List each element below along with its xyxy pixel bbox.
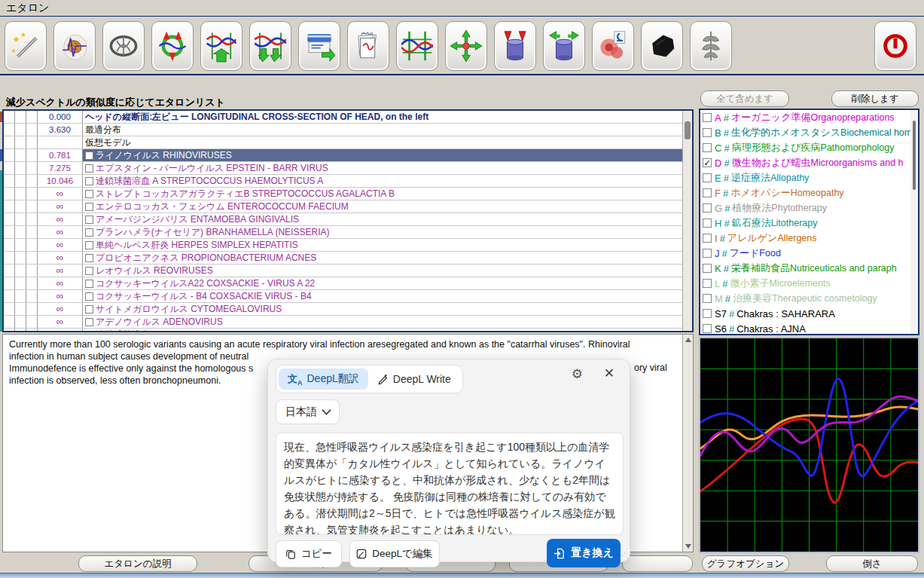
category-checkbox[interactable]: [703, 309, 712, 318]
table-scrollbar-thumb[interactable]: [685, 121, 691, 139]
close-icon[interactable]: ✕: [604, 365, 614, 381]
edit-in-deepl-button[interactable]: DeepLで編集: [349, 540, 440, 567]
table-row[interactable]: ∞ストレプトコッカスアガラクティエB STREPTOCOCCUS AGALACT…: [4, 188, 682, 200]
category-checkbox[interactable]: [703, 143, 712, 152]
etalon-checkbox[interactable]: [85, 305, 93, 313]
etalon-name-cell[interactable]: 単純ヘルペス肝炎 HERPES SIMPLEX HEPATITIS: [83, 239, 682, 251]
category-item[interactable]: ✓D#微生物および蠕虫 Microorganisms and h: [700, 155, 918, 170]
scroll-down-icon[interactable]: [685, 544, 691, 549]
chart-raise-button[interactable]: [200, 21, 242, 71]
magic-wand-button[interactable]: ★★★: [5, 21, 47, 71]
move-cross-button[interactable]: [445, 21, 487, 71]
target-language-select[interactable]: 日本語: [276, 399, 340, 424]
chart-raise-double-button[interactable]: [249, 21, 291, 71]
category-item[interactable]: A#オーガニック準備 Organopreparations: [700, 110, 918, 125]
etalon-name-cell[interactable]: エプスタイン - バールウイルス EPSTEIN - BARR VIRUS: [83, 162, 682, 174]
category-checkbox[interactable]: [703, 279, 712, 288]
etalon-name-cell[interactable]: コクサッキーウイルスA22 COXSACKIE - VIRUS A 22: [83, 277, 682, 289]
brain-button[interactable]: [53, 21, 96, 71]
category-item[interactable]: S6#Chakras : AJNA: [700, 321, 918, 335]
translation-output[interactable]: 現在、急性呼吸器ウイルス感染症を引き起こす100種類以上の血清学的変異体が「カタ…: [276, 433, 624, 535]
table-row[interactable]: ∞アデノウイルス ADENOVIRUS: [4, 316, 682, 329]
copy-button[interactable]: コピー: [276, 540, 342, 567]
category-checkbox[interactable]: [703, 219, 712, 228]
etalon-name-cell[interactable]: ストレプトコッカスアガラクティエB STREPTOCOCCUS AGALACTI…: [83, 188, 682, 200]
category-item[interactable]: G#植物療法 Phytotherapy: [700, 200, 918, 216]
etalon-name-cell[interactable]: ヘッドの縦断面:左ビュー LONGITUDINAL CROSS-SECTION …: [83, 111, 682, 123]
etalon-name-cell[interactable]: ブランハメラ(ナイセリア) BRANHAMELLA (NEISSERIA): [83, 226, 682, 238]
print-button[interactable]: [298, 21, 340, 71]
stone-button[interactable]: [641, 21, 683, 71]
category-checkbox[interactable]: [703, 173, 712, 182]
chart-grid-button[interactable]: [396, 21, 438, 71]
category-checkbox[interactable]: [703, 249, 712, 258]
etalon-name-cell[interactable]: プロピオニアクネス PROPIONOBACTERIUM ACNES: [83, 252, 682, 264]
etalon-checkbox[interactable]: [85, 151, 93, 160]
etalon-description-button[interactable]: エタロンの説明: [78, 555, 197, 572]
etalon-checkbox[interactable]: [85, 318, 93, 326]
category-checkbox[interactable]: [703, 324, 712, 333]
etalon-checkbox[interactable]: [85, 228, 93, 237]
table-row[interactable]: ∞サイトメガロウイルス CYTOMEGALOVIRUS: [4, 303, 682, 316]
graph-options-button[interactable]: グラフオプション: [702, 555, 789, 572]
deepl-translate-tab[interactable]: 文A DeepL翻訳: [279, 369, 368, 390]
category-item[interactable]: C#病理形態および疾病 Pathomorphology: [700, 140, 918, 155]
category-checkbox[interactable]: [703, 128, 712, 137]
category-checkbox[interactable]: [703, 264, 712, 273]
resize-grip[interactable]: ⋰: [619, 552, 627, 559]
category-item[interactable]: J#フード Food: [700, 246, 918, 261]
etalon-checkbox[interactable]: [85, 216, 93, 224]
category-item[interactable]: S7#Chakras : SAHARARA: [700, 306, 918, 321]
category-checkbox[interactable]: [703, 203, 712, 213]
microorganisms-button[interactable]: [592, 21, 634, 71]
table-row[interactable]: ∞コクサッキーウイルス - B4 COXSACKIE VIRUS - B4: [4, 290, 682, 303]
etalon-checkbox[interactable]: [85, 203, 93, 211]
table-scrollbar[interactable]: [682, 111, 692, 331]
hidden-button[interactable]: [622, 555, 693, 572]
replace-button[interactable]: 置き換え: [547, 539, 621, 567]
category-scrollbar-thumb[interactable]: [913, 121, 916, 190]
settings-gear-icon[interactable]: ⚙: [572, 366, 583, 382]
etalon-checkbox[interactable]: [85, 292, 93, 301]
etalon-name-cell[interactable]: エンテロコッカス・フェシウム ENTEROCOCCUM FAECIUM: [83, 200, 682, 213]
table-row[interactable]: ∞エンテロコッカス・フェシウム ENTEROCOCCUM FAECIUM: [4, 200, 682, 213]
table-row[interactable]: ∞連鎖球菌溶血 B STREPTOCOCCUS VIRUS: [4, 329, 682, 332]
category-checkbox[interactable]: [703, 234, 712, 243]
etalon-name-cell[interactable]: アデノウイルス ADENOVIRUS: [83, 316, 682, 328]
category-item[interactable]: I#アレルゲン Allergens: [700, 231, 918, 246]
etalon-checkbox[interactable]: [85, 331, 93, 333]
notes-button[interactable]: [347, 21, 389, 71]
table-row[interactable]: ∞コクサッキーウイルスA22 COXSACKIE - VIRUS A 22: [4, 277, 682, 290]
category-checkbox[interactable]: [703, 294, 712, 303]
table-row[interactable]: ∞アメーバジンジバリス ENTAMOEBA GINGIVALIS: [4, 213, 682, 226]
etalon-name-cell[interactable]: アメーバジンジバリス ENTAMOEBA GINGIVALIS: [83, 213, 682, 225]
table-row[interactable]: ∞レオウイルス REOVIRUSES: [4, 265, 682, 277]
compare-arrows-button[interactable]: [151, 21, 194, 71]
category-item[interactable]: F#ホメオパシー Homeopathy: [700, 185, 918, 200]
table-row[interactable]: 0.781ライノウイルス RHINOVIRUSES: [4, 149, 682, 162]
category-item[interactable]: B#生化学的ホメオスタシス Biochemical hom: [700, 125, 918, 140]
table-row[interactable]: 7.275エプスタイン - バールウイルス EPSTEIN - BARR VIR…: [4, 162, 682, 175]
etalon-checkbox[interactable]: [85, 177, 93, 185]
container-out-button[interactable]: [543, 21, 585, 71]
etalon-name-cell[interactable]: 連鎖球菌溶血 B STREPTOCOCCUS VIRUS: [83, 329, 682, 332]
etalon-name-cell[interactable]: 連鎖球菌溶血 A STREPTOCOCCUS HAEMOLYTICUS A: [83, 175, 682, 187]
category-item[interactable]: K#栄養補助食品 Nutriceuticals and paraph: [700, 261, 918, 276]
etalon-name-cell[interactable]: サイトメガロウイルス CYTOMEGALOVIRUS: [83, 303, 682, 315]
delete-button[interactable]: 削除します: [831, 90, 919, 107]
category-item[interactable]: L#微小素子 Microelements: [700, 276, 918, 291]
exit-button[interactable]: [874, 21, 916, 71]
category-item[interactable]: E#逆症療法 Allopathy: [700, 170, 918, 185]
table-row[interactable]: ∞プロピオニアクネス PROPIONOBACTERIUM ACNES: [4, 252, 682, 265]
category-scrollbar[interactable]: [910, 110, 918, 334]
etalon-name-cell[interactable]: 最適分布: [83, 124, 682, 136]
category-checkbox[interactable]: [703, 188, 712, 197]
table-row[interactable]: ∞単純ヘルペス肝炎 HERPES SIMPLEX HEPATITIS: [4, 239, 682, 252]
table-row[interactable]: ∞ブランハメラ(ナイセリア) BRANHAMELLA (NEISSERIA): [4, 226, 682, 239]
etalon-checkbox[interactable]: [85, 280, 93, 288]
etalon-name-cell[interactable]: 仮想モデル: [83, 136, 682, 148]
table-row[interactable]: 仮想モデル: [4, 136, 682, 149]
category-item[interactable]: H#鉱石療法 Litotherapy: [700, 216, 918, 231]
include-all-button[interactable]: 全て含めます: [700, 90, 789, 107]
etalon-checkbox[interactable]: [85, 164, 93, 173]
